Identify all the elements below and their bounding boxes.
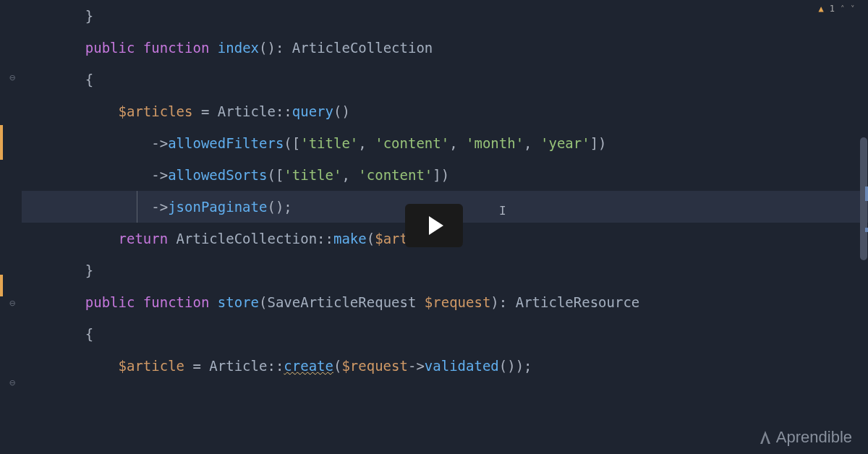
code-line[interactable]: ->allowedFilters(['title', 'content', 'm…	[22, 127, 868, 159]
fold-icon[interactable]: ⊖	[9, 377, 16, 387]
warning-count: 1	[830, 4, 835, 13]
warning-icon: ▲	[819, 4, 824, 13]
nav-down-icon[interactable]: ˅	[851, 5, 855, 13]
code-line[interactable]: {	[22, 318, 868, 350]
cursor-position	[137, 191, 137, 223]
code-line[interactable]: $article = Article::create($request->val…	[22, 350, 868, 382]
play-button[interactable]	[405, 204, 463, 247]
inspection-indicators[interactable]: ▲ 1 ˄ ˅	[819, 4, 855, 13]
play-icon	[429, 216, 443, 235]
brand-logo: Aprendible	[759, 429, 852, 445]
code-line[interactable]: ->allowedSorts(['title', 'content'])	[22, 159, 868, 191]
logo-icon	[759, 429, 772, 445]
scrollbar[interactable]	[858, 0, 868, 454]
code-line[interactable]: }	[22, 254, 868, 286]
code-line[interactable]: }	[22, 0, 868, 32]
nav-up-icon[interactable]: ˄	[841, 5, 845, 13]
change-marker	[0, 275, 3, 296]
change-marker	[0, 125, 3, 160]
scrollbar-marker	[865, 228, 868, 232]
code-line[interactable]: public function store(SaveArticleRequest…	[22, 286, 868, 318]
code-line[interactable]: $articles = Article::query()	[22, 95, 868, 127]
code-line[interactable]: {	[22, 64, 868, 95]
fold-icon[interactable]: ⊖	[9, 298, 16, 308]
text-cursor-icon: I	[499, 195, 506, 227]
scrollbar-marker	[865, 187, 868, 201]
code-line[interactable]: public function index(): ArticleCollecti…	[22, 32, 868, 64]
logo-text: Aprendible	[776, 429, 852, 445]
fold-icon[interactable]: ⊖	[9, 72, 16, 82]
